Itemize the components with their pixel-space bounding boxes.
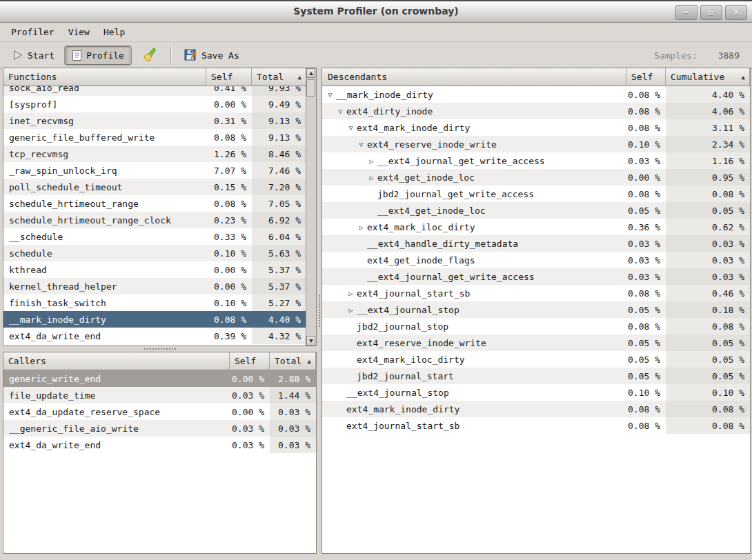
descendant-row[interactable]: ext4_mark_iloc_dirty0.05 %0.05 % xyxy=(322,351,750,368)
function-row[interactable]: __schedule0.33 %6.04 % xyxy=(3,228,306,245)
function-row[interactable]: ext4_da_write_end0.39 %4.32 % xyxy=(3,328,306,344)
tree-expander-closed-icon[interactable]: ▷ xyxy=(346,285,356,301)
horizontal-pane-splitter[interactable] xyxy=(3,346,317,352)
cell-self-percent: 0.05 % xyxy=(626,301,666,318)
caller-row[interactable]: ext4_da_update_reserve_space0.00 %0.03 % xyxy=(3,403,316,420)
descendant-name-label: ext4_journal_start_sb xyxy=(346,417,459,434)
tree-expander-placeholder xyxy=(356,235,366,252)
cell-sorted-percent: 1.44 % xyxy=(270,387,316,403)
descendant-row[interactable]: jbd2_journal_start0.05 %0.05 % xyxy=(322,368,750,384)
cell-sorted-percent: 4.40 % xyxy=(252,311,306,328)
tree-expander-open-icon[interactable]: ▽ xyxy=(325,86,335,103)
tree-expander-closed-icon[interactable]: ▷ xyxy=(366,152,377,169)
descendant-row[interactable]: ext4_get_inode_flags0.03 %0.03 % xyxy=(322,252,750,268)
descendant-row[interactable]: ▽ext4_mark_inode_dirty0.08 %3.11 % xyxy=(322,119,750,136)
menu-help[interactable]: Help xyxy=(97,24,132,40)
start-button[interactable]: Start xyxy=(7,47,60,63)
tree-expander-closed-icon[interactable]: ▷ xyxy=(366,169,377,186)
vertical-pane-splitter[interactable] xyxy=(317,68,321,554)
descendant-row[interactable]: jbd2_journal_stop0.08 %0.08 % xyxy=(322,318,750,334)
descendant-row[interactable]: ▽ext4_reserve_inode_write0.10 %2.34 % xyxy=(322,136,750,152)
callers-total-column-header[interactable]: Total ▲ xyxy=(270,352,316,370)
function-row[interactable]: schedule0.10 %5.63 % xyxy=(3,245,306,261)
cell-sorted-percent: 5.37 % xyxy=(252,261,306,278)
function-row[interactable]: _raw_spin_unlock_irq7.07 %7.46 % xyxy=(3,162,306,179)
maximize-button[interactable]: ▫ xyxy=(700,5,722,20)
descendant-row[interactable]: ▷__ext4_journal_get_write_access0.03 %1.… xyxy=(322,152,750,169)
tree-expander-open-icon[interactable]: ▽ xyxy=(356,136,366,152)
function-row[interactable]: sock_aio_read0.41 %9.93 % xyxy=(3,86,306,96)
tree-expander-closed-icon[interactable]: ▷ xyxy=(356,219,366,235)
callers-self-column-header[interactable]: Self xyxy=(230,352,270,370)
descendant-row[interactable]: ▷ext4_get_inode_loc0.00 %0.95 % xyxy=(322,169,750,186)
caller-row[interactable]: __generic_file_aio_write0.03 %0.03 % xyxy=(3,420,316,437)
descendant-name-label: __ext4_journal_get_write_access xyxy=(377,152,545,169)
samples-count: 3889 xyxy=(718,50,740,61)
caller-row[interactable]: file_update_time0.03 %1.44 % xyxy=(3,387,316,403)
toolbar-separator xyxy=(170,47,172,63)
descendants-cumulative-column-header[interactable]: Cumulative ▲ xyxy=(666,68,750,86)
tree-expander-closed-icon[interactable]: ▷ xyxy=(346,301,356,318)
descendant-row[interactable]: ▷ext4_journal_start_sb0.08 %0.46 % xyxy=(322,285,750,301)
function-row[interactable]: finish_task_switch0.10 %5.27 % xyxy=(3,294,306,311)
function-row[interactable]: poll_schedule_timeout0.15 %7.20 % xyxy=(3,179,306,195)
profile-toggle-button[interactable]: Profile xyxy=(66,46,130,65)
cell-function-name: ext4_da_update_reserve_space xyxy=(3,403,230,420)
descendant-name-label: ext4_journal_start_sb xyxy=(357,285,470,301)
cell-sorted-percent: 9.93 % xyxy=(252,86,306,96)
menu-view[interactable]: View xyxy=(61,24,97,40)
descendant-row[interactable]: ▷ext4_mark_iloc_dirty0.36 %0.62 % xyxy=(322,219,750,235)
descendant-row[interactable]: ext4_reserve_inode_write0.05 %0.05 % xyxy=(322,334,750,351)
descendants-column-header[interactable]: Descendants xyxy=(322,68,626,86)
minimize-button[interactable]: – xyxy=(675,5,697,20)
cell-function-name: ext4_mark_inode_dirty xyxy=(322,401,626,417)
descendant-row[interactable]: ▷__ext4_journal_stop0.05 %0.18 % xyxy=(322,301,750,318)
caller-row[interactable]: generic_write_end0.00 %2.88 % xyxy=(3,370,316,387)
cell-sorted-percent: 7.46 % xyxy=(252,162,306,179)
tree-expander-open-icon[interactable]: ▽ xyxy=(335,103,346,119)
functions-total-column-header[interactable]: Total ▲ xyxy=(252,68,306,86)
tree-indent xyxy=(325,186,366,202)
descendant-row[interactable]: __ext4_handle_dirty_metadata0.03 %0.03 % xyxy=(322,235,750,252)
function-row[interactable]: [sysprof]0.00 %9.49 % xyxy=(3,96,306,112)
cell-function-name: ▽ext4_reserve_inode_write xyxy=(322,136,626,152)
functions-scrollbar[interactable] xyxy=(306,68,316,346)
descendant-row[interactable]: __ext4_journal_stop0.10 %0.10 % xyxy=(322,384,750,401)
function-row[interactable]: schedule_hrtimeout_range0.08 %7.05 % xyxy=(3,195,306,212)
function-row[interactable]: kthread0.00 %5.37 % xyxy=(3,261,306,278)
callers-column-header[interactable]: Callers xyxy=(3,352,230,370)
menu-profiler[interactable]: Profiler xyxy=(4,24,61,40)
function-row[interactable]: __mark_inode_dirty0.08 %4.40 % xyxy=(3,311,306,328)
cell-cumulative-percent: 0.46 % xyxy=(666,285,750,301)
clear-button[interactable] xyxy=(136,44,164,66)
tree-indent xyxy=(325,318,346,334)
scroll-down-icon[interactable] xyxy=(306,336,315,346)
descendant-row[interactable]: jbd2_journal_get_write_access0.08 %0.08 … xyxy=(322,186,750,202)
function-row[interactable]: schedule_hrtimeout_range_clock0.23 %6.92… xyxy=(3,212,306,228)
descendant-row[interactable]: ext4_journal_start_sb0.08 %0.08 % xyxy=(322,417,750,434)
descendant-row[interactable]: __ext4_get_inode_loc0.05 %0.05 % xyxy=(322,202,750,219)
functions-column-header[interactable]: Functions xyxy=(3,68,206,86)
descendant-row[interactable]: ▽__mark_inode_dirty0.08 %4.40 % xyxy=(322,86,750,103)
caller-row[interactable]: ext4_da_write_end0.03 %0.03 % xyxy=(3,437,316,453)
descendants-self-column-header[interactable]: Self xyxy=(626,68,666,86)
function-row[interactable]: kernel_thread_helper0.00 %5.37 % xyxy=(3,278,306,294)
functions-self-column-header[interactable]: Self xyxy=(206,68,252,86)
cell-self-percent: 0.08 % xyxy=(626,401,666,417)
tree-expander-open-icon[interactable]: ▽ xyxy=(346,119,356,136)
scroll-up-icon[interactable] xyxy=(306,68,315,78)
descendant-row[interactable]: ext4_mark_inode_dirty0.08 %0.08 % xyxy=(322,401,750,417)
function-row[interactable]: tcp_recvmsg1.26 %8.46 % xyxy=(3,146,306,162)
descendant-row[interactable]: __ext4_journal_get_write_access0.03 %0.0… xyxy=(322,268,750,285)
document-icon xyxy=(72,50,82,61)
cell-function-name: ext4_mark_iloc_dirty xyxy=(322,351,626,368)
descendant-name-label: ext4_get_inode_loc xyxy=(377,169,475,186)
scrollbar-thumb[interactable] xyxy=(306,79,315,97)
descendant-row[interactable]: ▽ext4_dirty_inode0.08 %4.06 % xyxy=(322,103,750,119)
samples-label: Samples: xyxy=(654,50,697,61)
function-row[interactable]: inet_recvmsg0.31 %9.13 % xyxy=(3,112,306,129)
function-row[interactable]: generic_file_buffered_write0.08 %9.13 % xyxy=(3,129,306,146)
tree-indent xyxy=(325,417,335,434)
save-as-button[interactable]: Save As xyxy=(179,46,245,65)
close-button[interactable]: ✕ xyxy=(725,5,747,20)
